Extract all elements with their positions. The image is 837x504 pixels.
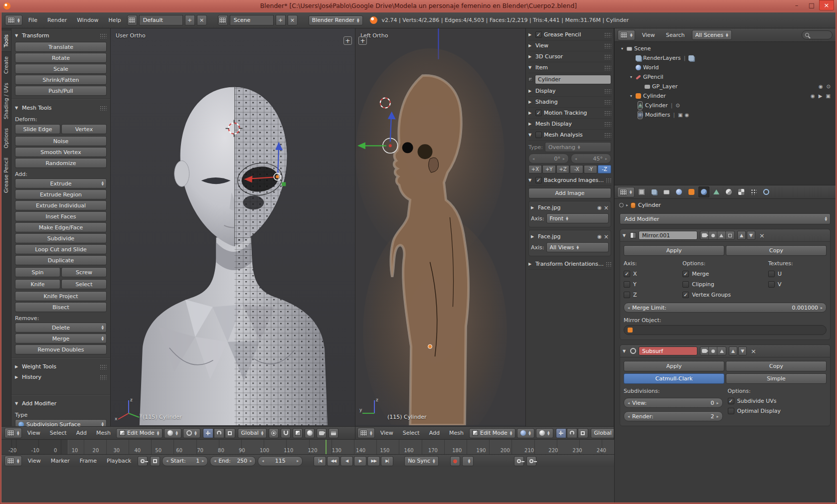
panel-grip-icon[interactable] bbox=[100, 364, 107, 369]
panel-grip-icon[interactable] bbox=[604, 111, 611, 116]
manipulator-scale-icon[interactable] bbox=[578, 428, 588, 438]
current-frame-playhead[interactable] bbox=[326, 440, 327, 454]
tool-button[interactable]: Translate bbox=[15, 42, 107, 52]
expander-icon[interactable] bbox=[638, 101, 643, 110]
mesh-analysis-checkbox[interactable] bbox=[535, 132, 542, 138]
viewport-left-ortho[interactable]: Left Ortho (115) Cylinder + z y bbox=[355, 28, 526, 426]
outliner-row-gp-layer[interactable]: GP_Layer bbox=[617, 82, 834, 91]
menu-window[interactable]: Window bbox=[73, 16, 102, 24]
screen-layout-add-button[interactable]: + bbox=[185, 15, 195, 25]
open-region-plus-icon[interactable]: + bbox=[343, 36, 352, 45]
transform-orientation-dropdown[interactable]: Global bbox=[238, 428, 267, 438]
move-up-icon[interactable]: ▲ bbox=[729, 346, 737, 355]
close-icon[interactable] bbox=[604, 204, 609, 211]
tab-particles-icon[interactable] bbox=[748, 186, 759, 197]
menu-file[interactable]: File bbox=[24, 16, 41, 24]
close-button[interactable]: × bbox=[819, 0, 834, 10]
tool-button[interactable]: Scale bbox=[15, 64, 107, 74]
editor-type-selector[interactable] bbox=[618, 30, 635, 40]
editor-type-selector[interactable] bbox=[357, 428, 375, 438]
outliner-menu-view[interactable]: View bbox=[638, 31, 659, 39]
render-subdivisions-field[interactable]: Render:2 bbox=[624, 411, 723, 421]
panel-grip-icon[interactable] bbox=[604, 122, 611, 127]
image-axis-dropdown[interactable]: Front bbox=[546, 213, 609, 223]
angle-min-field[interactable]: 0° bbox=[528, 154, 569, 164]
panel-grip-icon[interactable] bbox=[100, 375, 107, 380]
tool-button[interactable]: Randomize bbox=[15, 158, 107, 168]
screen-layout-delete-button[interactable]: × bbox=[197, 15, 207, 25]
eye-icon[interactable] bbox=[597, 204, 602, 211]
insert-keyframe-icon[interactable] bbox=[514, 456, 524, 466]
end-frame-field[interactable]: End:250 bbox=[210, 456, 256, 466]
move-up-icon[interactable]: ▲ bbox=[737, 231, 746, 240]
modifier-name-field[interactable]: Subsurf bbox=[639, 346, 697, 355]
panel-grip-icon[interactable] bbox=[604, 133, 611, 138]
modifier-render-icon[interactable] bbox=[678, 112, 682, 118]
add-image-button[interactable]: Add Image bbox=[528, 188, 611, 198]
slide-edge-button[interactable]: Slide Edge bbox=[15, 124, 60, 134]
panel-grip-icon[interactable] bbox=[604, 54, 611, 59]
modifier-header[interactable]: Subsurf ▲ ▼ × bbox=[620, 345, 830, 357]
add-modifier-dropdown[interactable]: Add Modifier bbox=[620, 213, 831, 224]
panel-grip-icon[interactable] bbox=[604, 100, 611, 105]
modifier-header[interactable]: Mirror.001 ▲ ▼ × bbox=[620, 229, 830, 242]
menu-playback[interactable]: Playback bbox=[103, 457, 135, 465]
tool-button[interactable]: Extrude Region bbox=[15, 189, 107, 199]
outliner-row-world[interactable]: World bbox=[617, 63, 834, 72]
outliner-menu-search[interactable]: Search bbox=[662, 31, 689, 39]
apply-button[interactable]: Apply bbox=[624, 361, 724, 371]
tool-button[interactable]: Bisect bbox=[15, 302, 107, 312]
panel-header-history[interactable]: History bbox=[15, 372, 107, 382]
menu-mesh[interactable]: Mesh bbox=[92, 429, 115, 437]
knife-select-button[interactable]: Select bbox=[61, 279, 107, 289]
tab-options[interactable]: Options bbox=[1, 124, 11, 153]
screen-layout-browse-button[interactable] bbox=[127, 15, 137, 25]
lock-range-icon[interactable] bbox=[150, 456, 160, 466]
tab-object-data-icon[interactable] bbox=[711, 186, 722, 197]
tool-button[interactable]: Duplicate bbox=[15, 255, 107, 265]
mode-dropdown[interactable]: Edit Mode bbox=[469, 428, 515, 438]
tool-button[interactable]: Make Edge/Face bbox=[15, 222, 107, 232]
simple-button[interactable]: Simple bbox=[726, 373, 827, 384]
analysis-type-dropdown[interactable]: Overhang bbox=[545, 142, 611, 152]
start-frame-field[interactable]: Start:1 bbox=[162, 456, 208, 466]
panel-header-3d-cursor[interactable]: 3D Cursor bbox=[528, 51, 611, 62]
panel-grip-icon[interactable] bbox=[100, 33, 107, 38]
transport-button[interactable]: ▶▶ bbox=[367, 456, 380, 466]
delete-menu[interactable]: Delete bbox=[15, 323, 107, 333]
menu-help[interactable]: Help bbox=[105, 16, 125, 24]
menu-view[interactable]: View bbox=[23, 429, 44, 437]
panel-grip-icon[interactable] bbox=[604, 89, 611, 94]
editor-type-selector[interactable] bbox=[5, 15, 22, 25]
menu-add[interactable]: Add bbox=[72, 429, 91, 437]
pin-icon[interactable] bbox=[619, 203, 624, 207]
vertex-slide-button[interactable]: Vertex bbox=[61, 124, 107, 134]
remove-doubles-button[interactable]: Remove Doubles bbox=[15, 344, 107, 354]
knife-button[interactable]: Knife bbox=[15, 279, 60, 289]
cage-edit-icon[interactable] bbox=[726, 231, 734, 239]
vertex-groups-checkbox[interactable] bbox=[682, 292, 689, 298]
panel-header-motion-tracking[interactable]: Motion Tracking bbox=[528, 108, 611, 119]
panel-header-mesh-display[interactable]: Mesh Display bbox=[528, 119, 611, 130]
minimize-button[interactable]: – bbox=[789, 0, 804, 10]
lock-icon[interactable] bbox=[827, 84, 831, 89]
viewport-shading-dropdown[interactable] bbox=[517, 428, 534, 438]
keying-set-dropdown[interactable] bbox=[462, 456, 474, 466]
render-engine-dropdown[interactable]: Blender Render bbox=[309, 15, 363, 25]
tool-button[interactable]: Inset Faces bbox=[15, 211, 107, 221]
transform-orientation-dropdown[interactable]: Global bbox=[591, 428, 614, 438]
view-subdivisions-field[interactable]: View:0 bbox=[624, 398, 723, 408]
mode-dropdown[interactable]: Edit Mode bbox=[116, 428, 163, 438]
scene-browse-button[interactable] bbox=[218, 15, 228, 25]
editor-type-selector[interactable] bbox=[4, 456, 22, 466]
grease-pencil-checkbox[interactable] bbox=[535, 31, 542, 38]
image-axis-dropdown[interactable]: All Views bbox=[546, 242, 609, 252]
manipulator-translate-icon[interactable] bbox=[556, 428, 566, 438]
panel-header-weight-tools[interactable]: Weight Tools bbox=[15, 361, 107, 372]
tab-material-icon[interactable] bbox=[723, 186, 734, 197]
scene-add-button[interactable]: + bbox=[276, 15, 286, 25]
tab-shading-uvs[interactable]: Shading / UVs bbox=[1, 79, 11, 123]
tab-create[interactable]: Create bbox=[1, 52, 11, 78]
tab-tools[interactable]: Tools bbox=[1, 30, 11, 51]
edit-mode-visibility-icon[interactable] bbox=[717, 231, 726, 239]
